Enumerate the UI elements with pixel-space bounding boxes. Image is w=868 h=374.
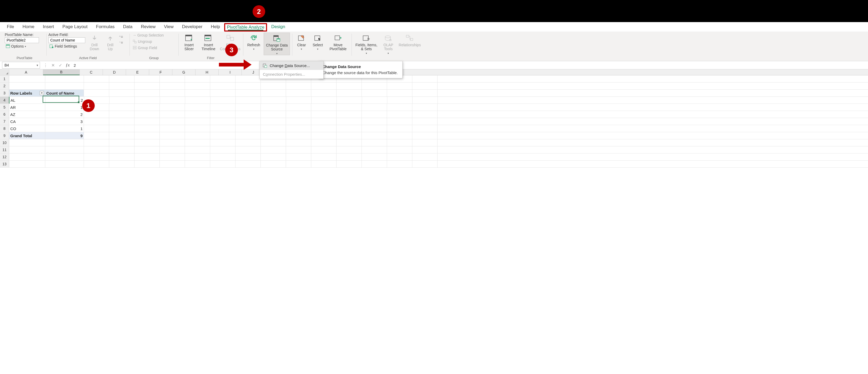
cell[interactable] (412, 97, 438, 104)
row-header[interactable]: 9 (0, 132, 9, 139)
cell[interactable] (311, 118, 337, 125)
tab-pivottable-analyze[interactable]: PivotTable Analyze (224, 23, 267, 32)
fields-items-sets-button[interactable]: fx Fields, Items,& Sets ▾ (353, 33, 379, 55)
cell[interactable] (236, 154, 261, 160)
cell[interactable] (261, 161, 286, 167)
cell[interactable] (109, 82, 134, 89)
cell[interactable] (185, 161, 210, 167)
cell[interactable] (84, 125, 109, 132)
cell[interactable] (261, 125, 286, 132)
cell[interactable] (211, 97, 236, 104)
cell[interactable] (362, 111, 387, 118)
cell[interactable] (134, 111, 160, 118)
cell[interactable] (412, 118, 438, 125)
tab-page-layout[interactable]: Page Layout (58, 23, 92, 32)
col-header-B[interactable]: B (43, 69, 80, 75)
cell[interactable] (337, 111, 362, 118)
cell[interactable] (337, 154, 362, 160)
worksheet-grid[interactable]: A B C D E F G H I J K L M N O P 1 2 (0, 69, 868, 168)
chevron-down-icon[interactable]: ▼ (36, 64, 39, 67)
pivot-row-label[interactable]: AL (9, 97, 45, 104)
pivot-row-value[interactable]: 1 (45, 104, 84, 111)
cell[interactable] (134, 90, 160, 97)
cell[interactable] (134, 161, 160, 167)
cell[interactable] (337, 139, 362, 146)
cell[interactable] (412, 139, 438, 146)
cell[interactable] (160, 82, 185, 89)
pivottable-name-input[interactable] (5, 37, 39, 43)
cell[interactable] (362, 82, 387, 89)
pivot-row-label[interactable]: AR (9, 104, 45, 111)
cell[interactable] (45, 146, 84, 153)
insert-slicer-button[interactable]: InsertSlicer (181, 33, 197, 51)
cell[interactable] (362, 90, 387, 97)
cell[interactable] (160, 146, 185, 153)
cell[interactable] (387, 90, 412, 97)
col-header-H[interactable]: H (195, 69, 219, 75)
cell[interactable] (412, 82, 438, 89)
cell[interactable] (337, 146, 362, 153)
row-header[interactable]: 8 (0, 125, 9, 132)
name-box[interactable]: B4 ▼ (2, 62, 40, 69)
tab-help[interactable]: Help (207, 23, 224, 32)
cell[interactable] (9, 75, 45, 82)
cell[interactable] (362, 104, 387, 111)
cell[interactable] (362, 154, 387, 160)
cell[interactable] (236, 111, 261, 118)
cell[interactable] (412, 154, 438, 160)
cell[interactable] (261, 139, 286, 146)
row-header[interactable]: 10 (0, 139, 9, 146)
cell[interactable] (236, 139, 261, 146)
cell[interactable] (185, 104, 210, 111)
cell[interactable] (337, 161, 362, 167)
insert-function-button[interactable]: ƒx (64, 62, 71, 68)
row-header[interactable]: 6 (0, 111, 9, 118)
cell[interactable] (286, 146, 311, 153)
cell[interactable] (160, 97, 185, 104)
cell[interactable] (84, 132, 109, 139)
tab-insert[interactable]: Insert (39, 23, 58, 32)
cell[interactable] (236, 97, 261, 104)
cell[interactable] (45, 161, 84, 167)
cell[interactable] (362, 125, 387, 132)
active-field-input[interactable] (49, 37, 85, 43)
cell[interactable] (160, 161, 185, 167)
cell[interactable] (45, 82, 84, 89)
cell[interactable] (311, 111, 337, 118)
select-all-corner[interactable] (0, 69, 9, 75)
cell[interactable] (185, 154, 210, 160)
cell[interactable] (387, 104, 412, 111)
cell[interactable] (362, 132, 387, 139)
cell[interactable] (412, 104, 438, 111)
cell[interactable] (412, 146, 438, 153)
cell[interactable] (261, 146, 286, 153)
cell[interactable] (45, 139, 84, 146)
cell[interactable] (311, 146, 337, 153)
cell[interactable] (9, 146, 45, 153)
cell[interactable] (337, 90, 362, 97)
cell[interactable] (84, 82, 109, 89)
col-header-F[interactable]: F (149, 69, 172, 75)
cell[interactable] (109, 75, 134, 82)
pivot-row-value[interactable]: 2 (45, 111, 84, 118)
tab-review[interactable]: Review (137, 23, 160, 32)
cell[interactable] (109, 154, 134, 160)
cell[interactable] (286, 154, 311, 160)
cell[interactable] (311, 82, 337, 89)
pivot-row-label[interactable]: AZ (9, 111, 45, 118)
cell[interactable] (261, 132, 286, 139)
expand-field-icon[interactable]: ⁺≡ (119, 35, 123, 39)
cell[interactable] (185, 111, 210, 118)
clear-button[interactable]: Clear ▾ (294, 33, 309, 50)
cell[interactable] (109, 104, 134, 111)
cell[interactable] (236, 82, 261, 89)
tab-home[interactable]: Home (18, 23, 38, 32)
cell[interactable] (412, 90, 438, 97)
cell[interactable] (160, 90, 185, 97)
row-header[interactable]: 13 (0, 161, 9, 167)
cell[interactable] (210, 125, 236, 132)
cell[interactable] (185, 139, 210, 146)
row-header[interactable]: 2 (0, 82, 9, 89)
col-header-G[interactable]: G (172, 69, 195, 75)
cell[interactable] (210, 139, 236, 146)
